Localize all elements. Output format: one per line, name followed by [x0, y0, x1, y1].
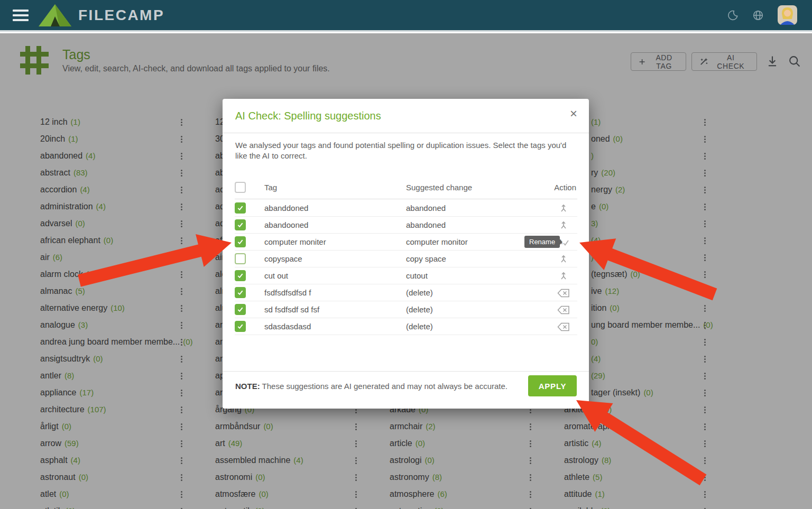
row-suggestion: cutout [406, 271, 428, 280]
row-checkbox-checked[interactable] [235, 219, 246, 230]
note-label: NOTE: [235, 382, 260, 391]
row-action-button[interactable] [556, 286, 571, 299]
column-header-suggestion: Suggested change [406, 183, 472, 192]
row-suggestion: copy space [406, 254, 446, 263]
hamburger-menu-icon[interactable] [13, 10, 29, 21]
suggestions-table: Tag Suggested change Action abanddonedab… [235, 99, 577, 409]
footer-divider [223, 371, 589, 372]
row-action-button[interactable] [556, 270, 571, 282]
row-tag-name: copyspace [264, 254, 302, 263]
row-action-button[interactable] [556, 253, 571, 265]
user-avatar[interactable] [778, 5, 797, 25]
note-text: These suggestions are AI generated and m… [262, 382, 508, 391]
column-header-action: Action [554, 183, 576, 192]
globe-icon[interactable] [752, 10, 764, 21]
brand-name: FILECAMP [78, 7, 164, 24]
row-suggestion: abandoned [406, 220, 446, 229]
suggestion-row: fsdfsdfsdfsd f(delete) [235, 284, 577, 301]
row-action-button[interactable] [556, 219, 571, 232]
row-action-button[interactable] [556, 202, 571, 215]
row-tag-name: abanddoned [264, 203, 308, 212]
row-tag-name: cut out [264, 271, 288, 280]
suggestion-row: copyspacecopy space [235, 251, 577, 267]
logo-tent-icon [38, 4, 72, 27]
merge-icon [558, 220, 569, 230]
column-header-tag: Tag [264, 183, 277, 192]
table-header-row: Tag Suggested change Action [235, 177, 577, 199]
row-suggestion: (delete) [406, 288, 433, 297]
suggestion-row: abanddonedabandoned [235, 200, 577, 217]
row-action-button[interactable] [556, 320, 571, 333]
row-tag-name: sd fsdfsdf sd fsf [264, 305, 319, 314]
backspace-icon [557, 289, 570, 298]
row-checkbox-checked[interactable] [235, 202, 246, 214]
moon-icon[interactable] [727, 10, 739, 21]
merge-icon [558, 254, 569, 264]
row-checkbox-checked[interactable] [235, 304, 246, 315]
row-checkbox-checked[interactable] [235, 236, 246, 247]
rename-tooltip: Rename [524, 236, 560, 248]
row-tag-name: computer moniter [264, 237, 326, 246]
row-suggestion: (delete) [406, 322, 433, 331]
row-tag-name: fsdfsdfsdfsd f [264, 288, 311, 297]
suggestion-row: abandoonedabandoned [235, 217, 577, 234]
select-all-checkbox[interactable] [235, 182, 246, 193]
app-header: FILECAMP [0, 0, 812, 32]
row-checkbox-checked[interactable] [235, 270, 246, 281]
ai-check-modal: AI Check: Spelling suggestions × We anal… [223, 99, 589, 409]
merge-icon [558, 203, 569, 214]
merge-icon [558, 271, 569, 281]
row-tag-name: sdasdasdasd [264, 322, 311, 331]
row-checkbox-unchecked[interactable] [235, 253, 246, 264]
suggestion-row: cut outcutout [235, 267, 577, 284]
row-checkbox-checked[interactable] [235, 287, 246, 298]
suggestion-row: sdasdasdasd(delete) [235, 318, 577, 335]
suggestion-rows: abanddonedabandonedabandoonedabandonedco… [235, 200, 577, 335]
modal-note: NOTE: These suggestions are AI generated… [235, 382, 508, 391]
backspace-icon [557, 306, 570, 314]
filecamp-logo: FILECAMP [38, 4, 164, 27]
row-action-button[interactable] [556, 303, 571, 316]
backspace-icon [557, 322, 570, 331]
row-suggestion: (delete) [406, 305, 433, 314]
row-tag-name: abandooned [264, 220, 308, 229]
row-suggestion: abandoned [406, 203, 446, 212]
suggestion-row: sd fsdfsdf sd fsf(delete) [235, 301, 577, 318]
apply-button[interactable]: APPLY [528, 375, 577, 396]
row-suggestion: computer monitor [406, 237, 468, 246]
row-checkbox-checked[interactable] [235, 321, 246, 332]
